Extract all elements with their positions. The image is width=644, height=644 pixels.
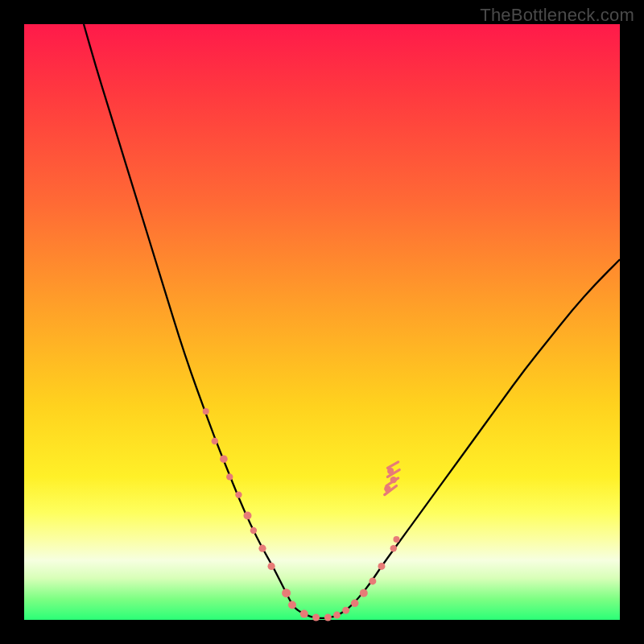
scatter-dot bbox=[390, 545, 397, 551]
scatter-dot bbox=[333, 612, 341, 619]
scatter-dot bbox=[394, 536, 400, 543]
plot-svg bbox=[24, 24, 620, 620]
scatter-dot bbox=[226, 473, 233, 480]
scatter-dot bbox=[250, 527, 257, 534]
scatter-dot bbox=[369, 577, 376, 584]
scatter-points bbox=[203, 408, 400, 621]
svg-line-3 bbox=[387, 462, 398, 468]
scatter-dot bbox=[351, 599, 359, 607]
scatter-dot bbox=[244, 512, 252, 520]
scatter-dot bbox=[300, 610, 308, 618]
scatter-dot bbox=[220, 455, 228, 463]
scatter-dot bbox=[212, 438, 218, 444]
scatter-dot bbox=[268, 563, 275, 570]
scatter-dot bbox=[203, 408, 209, 415]
scatter-dot bbox=[282, 588, 291, 597]
scatter-dot bbox=[288, 601, 296, 609]
scatter-dot bbox=[384, 485, 390, 492]
scatter-dot bbox=[312, 614, 320, 621]
scatter-dot bbox=[258, 545, 266, 552]
scatter-dot bbox=[360, 589, 368, 597]
scatter-dot bbox=[235, 491, 242, 497]
watermark-text: TheBottleneck.com bbox=[480, 5, 634, 26]
scatter-dot bbox=[342, 607, 349, 614]
plot-svg-container bbox=[24, 24, 620, 620]
scatter-dot bbox=[324, 614, 332, 621]
scatter-dot bbox=[387, 468, 394, 474]
scatter-dot bbox=[390, 477, 397, 483]
bottleneck-curve bbox=[84, 24, 620, 618]
scatter-dot bbox=[378, 563, 386, 570]
